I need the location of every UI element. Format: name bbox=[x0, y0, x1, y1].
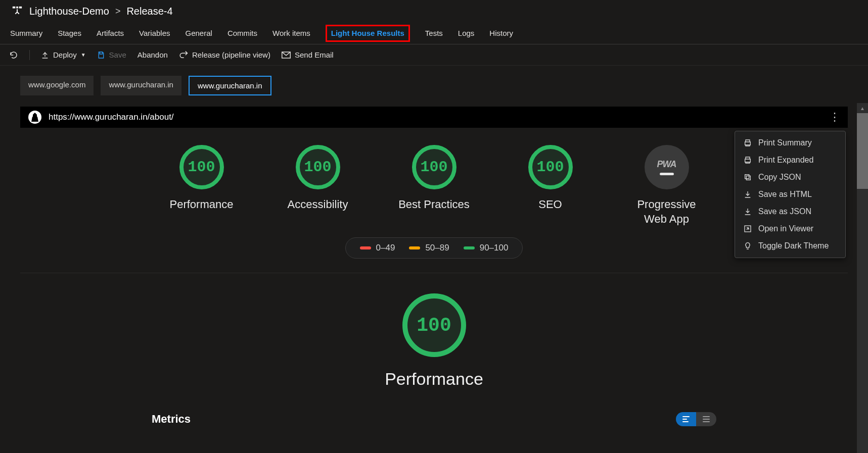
menu-toggle-theme[interactable]: Toggle Dark Theme bbox=[735, 237, 845, 255]
print-icon bbox=[743, 139, 752, 147]
menu-save-json[interactable]: Save as JSON bbox=[735, 203, 845, 220]
gauge-ring: 100 bbox=[528, 145, 573, 189]
tab-workitems[interactable]: Work items bbox=[272, 29, 310, 37]
tab-tests[interactable]: Tests bbox=[425, 29, 443, 37]
gauge-accessibility[interactable]: 100 Accessibility bbox=[280, 145, 356, 226]
metrics-view-toggle[interactable] bbox=[676, 412, 716, 426]
download-icon bbox=[743, 190, 752, 198]
legend-fail: 0–49 bbox=[360, 243, 395, 253]
gauge-ring: 100 bbox=[412, 145, 456, 189]
url-tab-1[interactable]: www.gurucharan.in bbox=[101, 76, 181, 95]
abandon-button[interactable]: Abandon bbox=[138, 51, 168, 59]
view-toggle-compact-icon[interactable] bbox=[676, 412, 696, 426]
gauge-ring: 100 bbox=[296, 145, 340, 189]
gauge-label: Best Practices bbox=[398, 197, 470, 212]
breadcrumb-separator: > bbox=[115, 6, 121, 17]
report-url: https://www.gurucharan.in/about/ bbox=[49, 112, 174, 122]
scrollbar-thumb[interactable] bbox=[857, 113, 868, 189]
legend-fail-label: 0–49 bbox=[376, 243, 395, 253]
release-view-label: Release (pipeline view) bbox=[192, 51, 270, 59]
pwa-badge-bar bbox=[660, 173, 674, 175]
deploy-button[interactable]: Deploy ▼ bbox=[41, 51, 86, 59]
toolbar: Deploy ▼ Save Abandon Release (pipeline … bbox=[0, 44, 868, 66]
toolbar-separator bbox=[29, 50, 30, 60]
lightbulb-icon bbox=[743, 242, 752, 250]
menu-open-viewer[interactable]: Open in Viewer bbox=[735, 220, 845, 237]
url-tab-2[interactable]: www.gurucharan.in bbox=[189, 76, 271, 95]
download-icon bbox=[743, 208, 752, 216]
chevron-down-icon: ▼ bbox=[81, 52, 86, 58]
gauge-seo[interactable]: 100 SEO bbox=[513, 145, 588, 226]
release-icon bbox=[11, 5, 23, 17]
menu-label: Toggle Dark Theme bbox=[758, 241, 829, 250]
menu-label: Print Summary bbox=[758, 138, 812, 147]
menu-print-summary[interactable]: Print Summary bbox=[735, 134, 845, 152]
tab-logs[interactable]: Logs bbox=[458, 29, 475, 37]
save-label: Save bbox=[109, 51, 126, 59]
legend-fail-icon bbox=[360, 246, 371, 249]
legend-average-label: 50–89 bbox=[425, 243, 449, 253]
lighthouse-logo-icon bbox=[28, 111, 41, 124]
gauge-performance[interactable]: 100 Performance bbox=[164, 145, 240, 226]
metrics-title: Metrics bbox=[152, 413, 191, 426]
gauge-pwa[interactable]: PWA Progressive Web App bbox=[629, 145, 705, 226]
menu-label: Save as HTML bbox=[758, 190, 812, 199]
breadcrumb-release[interactable]: Release-4 bbox=[126, 6, 172, 17]
refresh-button[interactable] bbox=[9, 51, 18, 60]
tab-artifacts[interactable]: Artifacts bbox=[97, 29, 124, 37]
menu-label: Save as JSON bbox=[758, 207, 811, 216]
view-toggle-expanded-icon[interactable] bbox=[696, 412, 716, 426]
gauge-score: 100 bbox=[304, 159, 331, 176]
tab-summary[interactable]: Summary bbox=[10, 29, 42, 37]
menu-label: Copy JSON bbox=[758, 173, 801, 182]
pwa-badge-text: PWA bbox=[657, 159, 676, 170]
tab-general[interactable]: General bbox=[186, 29, 212, 37]
legend-pass-icon bbox=[464, 246, 475, 249]
export-menu: Print Summary Print Expanded Copy JSON S… bbox=[735, 131, 846, 258]
breadcrumb: Lighthouse-Demo > Release-4 bbox=[0, 0, 868, 22]
performance-score: 100 bbox=[417, 315, 451, 336]
save-button: Save bbox=[97, 51, 126, 59]
section-divider bbox=[20, 273, 848, 273]
legend-pass-label: 90–100 bbox=[480, 243, 509, 253]
kebab-menu-icon[interactable]: ⋮ bbox=[829, 111, 840, 124]
performance-section: 100 Performance bbox=[20, 293, 848, 389]
release-view-button[interactable]: Release (pipeline view) bbox=[179, 51, 270, 60]
tab-lighthouse-highlight: Light House Results bbox=[326, 25, 410, 42]
svg-rect-2 bbox=[19, 7, 22, 9]
deploy-label: Deploy bbox=[53, 51, 77, 59]
legend-pass: 90–100 bbox=[464, 243, 509, 253]
scrollbar[interactable]: ▲ bbox=[857, 103, 868, 453]
legend-average: 50–89 bbox=[409, 243, 449, 253]
tab-history[interactable]: History bbox=[489, 29, 513, 37]
nav-tabs: Summary Stages Artifacts Variables Gener… bbox=[0, 22, 868, 44]
score-legend: 0–49 50–89 90–100 bbox=[345, 237, 523, 259]
url-tab-0[interactable]: www.google.com bbox=[20, 76, 94, 95]
gauge-label: Accessibility bbox=[288, 197, 348, 212]
menu-copy-json[interactable]: Copy JSON bbox=[735, 169, 845, 186]
metrics-header: Metrics bbox=[152, 412, 716, 426]
open-external-icon bbox=[743, 225, 752, 233]
gauge-label: Performance bbox=[170, 197, 234, 212]
gauge-score: 100 bbox=[420, 159, 447, 176]
breadcrumb-project[interactable]: Lighthouse-Demo bbox=[29, 6, 109, 17]
svg-rect-1 bbox=[16, 7, 18, 9]
legend-average-icon bbox=[409, 246, 420, 249]
gauge-ring: 100 bbox=[179, 145, 224, 189]
gauge-row: 100 Performance 100 Accessibility 100 Be… bbox=[20, 128, 848, 237]
gauge-best-practices[interactable]: 100 Best Practices bbox=[396, 145, 472, 226]
tab-stages[interactable]: Stages bbox=[58, 29, 81, 37]
send-email-button[interactable]: Send Email bbox=[282, 51, 334, 59]
svg-rect-4 bbox=[746, 176, 750, 180]
menu-save-html[interactable]: Save as HTML bbox=[735, 186, 845, 203]
tab-lighthouse[interactable]: Light House Results bbox=[331, 29, 404, 37]
tab-variables[interactable]: Variables bbox=[139, 29, 170, 37]
tab-commits[interactable]: Commits bbox=[227, 29, 257, 37]
menu-print-expanded[interactable]: Print Expanded bbox=[735, 152, 845, 169]
print-icon bbox=[743, 156, 752, 164]
copy-icon bbox=[743, 173, 752, 181]
lighthouse-report: https://www.gurucharan.in/about/ ⋮ 100 P… bbox=[20, 107, 848, 426]
gauge-label: SEO bbox=[538, 197, 562, 212]
scroll-up-icon[interactable]: ▲ bbox=[857, 103, 868, 113]
gauge-label: Progressive Web App bbox=[629, 197, 705, 226]
